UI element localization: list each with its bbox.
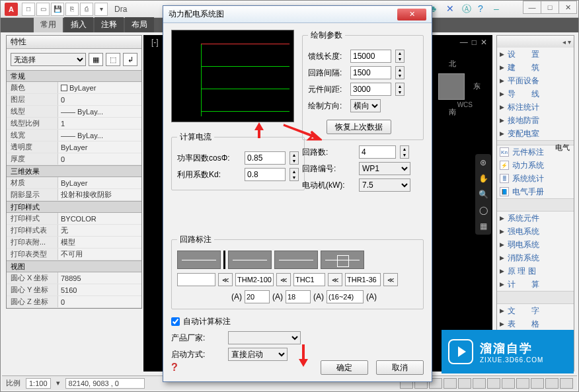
symbol-relay-icon[interactable] [321,251,364,269]
annot-field-2[interactable] [235,273,274,286]
misc-toggle[interactable] [560,378,573,389]
viewcube-east[interactable]: 东 [473,81,481,91]
qat-more-icon[interactable]: ▾ [95,3,108,16]
qp-toggle[interactable] [516,378,529,389]
qat-saveas-icon[interactable]: ⎘ [65,3,79,16]
tool-item[interactable]: ▶设 置 [497,48,574,61]
annot-field-3[interactable] [293,273,325,286]
lwt-toggle[interactable] [502,378,515,389]
loop-count-input[interactable] [359,145,396,159]
tool-item[interactable]: ⚡动力系统 [497,159,574,172]
tool-item[interactable]: ▶计 算 [497,278,574,291]
spinner-icon[interactable]: ▲▼ [395,50,405,63]
autodesk-icon[interactable]: Ⓐ [462,3,474,15]
scale-value[interactable]: 1:100 [26,378,51,389]
tab-insert[interactable]: 插入 [64,17,93,32]
prop-pstyletype-value[interactable]: 不可用 [58,249,141,260]
draw-dir-select[interactable]: 横向 [350,99,381,112]
prop-pstyle-value[interactable]: BYCOLOR [58,213,141,224]
tool-item[interactable]: ▶建 筑 [497,61,574,74]
orbit-icon[interactable]: ◯ [477,204,489,216]
app-logo[interactable]: A [5,3,18,16]
prop-cz-value[interactable]: 0 [58,296,141,307]
minimize-button[interactable]: — [523,1,541,14]
tool-item[interactable]: ▶标注统计 [497,100,574,114]
viewcube-north[interactable]: 北 [449,59,456,69]
tool-item[interactable]: ▶表 格 [497,317,574,331]
prop-thick-value[interactable]: 0 [58,153,141,165]
tool-item[interactable]: ▶弱电系统 [497,238,574,251]
tool-item[interactable]: ▶文 字 [497,304,574,317]
quickselect-icon[interactable]: ▦ [89,53,103,66]
dialog-help-icon[interactable]: ? [171,362,178,373]
prev-button[interactable]: ≪ [276,273,291,286]
pickadd-icon[interactable]: ↲ [123,53,137,66]
otrack-toggle[interactable] [473,378,486,389]
prop-pstyletbl-value[interactable]: 无 [58,225,141,236]
restore-button[interactable]: 恢复上次数据 [327,120,391,134]
auto-calc-checkbox[interactable] [171,317,180,326]
start-mode-select[interactable]: 直接启动 [228,348,288,361]
wheel-icon[interactable]: ⊛ [477,157,489,169]
exchange-icon[interactable]: ✕ [446,3,458,15]
section-3d[interactable]: 三维效果 [7,165,141,177]
tool-item[interactable]: ▶系统元件 [497,212,574,225]
prop-material-value[interactable]: ByLayer [58,177,141,188]
prop-ltscale-value[interactable]: 1 [58,118,141,129]
symbol-isolator-icon[interactable] [177,251,221,269]
tool-item[interactable]: ▶原 理 图 [497,264,574,278]
tool-group-label[interactable]: 电气 [497,140,574,145]
prop-cx-value[interactable]: 78895 [58,272,141,284]
prev-button[interactable]: ≪ [218,273,233,286]
tool-item[interactable]: ▶变配电室 [497,127,574,140]
spinner-icon[interactable]: ▲▼ [290,168,299,181]
viewcube-top-icon[interactable] [438,73,465,100]
tool-item[interactable]: Kn元件标注 [497,145,555,159]
elem-gap-input[interactable] [350,83,391,96]
minimize-help-icon[interactable]: – [494,3,506,15]
showmotion-icon[interactable]: ▦ [477,220,489,232]
tool-item[interactable]: ▶接地防雷 [497,114,574,127]
section-view[interactable]: 视图 [7,260,141,272]
spinner-icon[interactable]: ▲▼ [395,66,405,79]
section-general[interactable]: 常规 [7,70,141,82]
prop-layer-value[interactable]: 0 [58,94,141,105]
help-icon[interactable]: ? [478,3,490,15]
annot-amp-2[interactable] [286,290,311,303]
tool-item[interactable]: 📘电气手册 [497,185,574,198]
qat-save-icon[interactable]: 💾 [51,3,64,16]
qat-print-icon[interactable]: ⎙ [80,3,93,16]
selection-combo[interactable]: 无选择 [11,53,86,66]
prev-button[interactable]: ≪ [383,273,398,286]
palette-hide-icon[interactable]: ◂ [562,38,566,46]
spinner-icon[interactable]: ▲▼ [400,145,409,159]
annot-amp-1[interactable] [245,290,270,303]
tool-item[interactable]: ▶导 线 [497,87,574,100]
prop-pstyleatt-value[interactable]: 模型 [58,237,141,248]
qat-new-icon[interactable]: □ [22,3,35,16]
doc-close-icon[interactable]: ✕ [481,38,487,47]
prop-cy-value[interactable]: 5160 [58,284,141,295]
cancel-button[interactable]: 取消 [376,360,424,375]
palette-menu-icon[interactable]: ▾ [568,38,571,46]
tool-item[interactable]: ≣系统统计 [497,172,574,185]
prop-lweight-value[interactable]: —— ByLay... [58,130,141,141]
tab-annotate[interactable]: 注释 [95,17,124,32]
tool-item[interactable]: ▶强电系统 [497,225,574,238]
pf-input[interactable] [245,151,286,165]
zoom-icon[interactable]: 🔍 [477,188,489,200]
tab-common[interactable]: 常用 [34,17,63,32]
spinner-icon[interactable]: ▲▼ [395,83,405,96]
doc-min-icon[interactable]: — [460,38,468,47]
qat-open-icon[interactable]: ▭ [36,3,50,16]
pan-icon[interactable]: ✋ [477,173,489,184]
chevron-down-icon[interactable]: ▾ [56,379,60,387]
polar-toggle[interactable] [444,378,457,389]
loop-no-select[interactable]: WP1 [359,162,410,175]
maximize-button[interactable]: □ [541,1,559,14]
feeder-len-input[interactable] [350,50,391,63]
dyn-toggle[interactable] [487,378,500,389]
prop-shadow-value[interactable]: 投射和接收阴影 [58,189,141,200]
tab-layout[interactable]: 布局 [125,17,154,32]
prop-trans-value[interactable]: ByLayer [58,141,141,153]
